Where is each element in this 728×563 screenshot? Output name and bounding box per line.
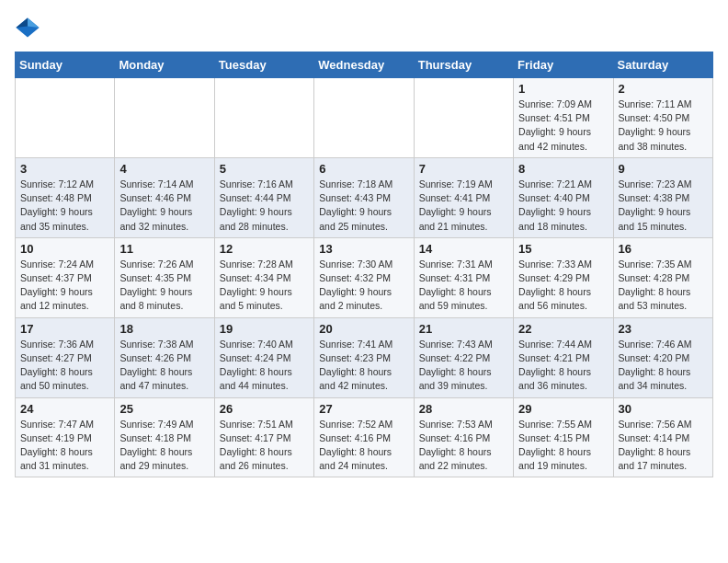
day-number: 19 (220, 322, 309, 336)
day-number: 22 (518, 322, 608, 336)
day-info: Sunrise: 7:55 AMSunset: 4:15 PMDaylight:… (518, 418, 608, 474)
calendar-cell: 16Sunrise: 7:35 AMSunset: 4:28 PMDayligh… (613, 237, 712, 317)
calendar-cell: 3Sunrise: 7:12 AMSunset: 4:48 PMDaylight… (16, 157, 115, 237)
day-number: 14 (419, 242, 508, 256)
logo (15, 15, 44, 40)
day-info: Sunrise: 7:36 AMSunset: 4:27 PMDaylight:… (20, 338, 109, 394)
day-number: 1 (518, 82, 608, 96)
day-info: Sunrise: 7:26 AMSunset: 4:35 PMDaylight:… (119, 258, 209, 314)
day-number: 28 (419, 402, 508, 416)
day-info: Sunrise: 7:33 AMSunset: 4:29 PMDaylight:… (518, 258, 608, 314)
calendar-week-row: 10Sunrise: 7:24 AMSunset: 4:37 PMDayligh… (16, 237, 713, 317)
day-number: 3 (20, 162, 109, 176)
column-header-tuesday: Tuesday (214, 52, 313, 78)
day-info: Sunrise: 7:49 AMSunset: 4:18 PMDaylight:… (119, 418, 209, 474)
calendar-cell: 20Sunrise: 7:41 AMSunset: 4:23 PMDayligh… (314, 317, 414, 397)
day-number: 15 (518, 242, 608, 256)
svg-marker-2 (16, 18, 28, 29)
page-header (15, 15, 713, 40)
calendar-cell: 26Sunrise: 7:51 AMSunset: 4:17 PMDayligh… (214, 397, 313, 477)
day-number: 21 (419, 322, 508, 336)
day-info: Sunrise: 7:35 AMSunset: 4:28 PMDaylight:… (619, 258, 708, 314)
day-info: Sunrise: 7:53 AMSunset: 4:16 PMDaylight:… (419, 418, 508, 474)
day-info: Sunrise: 7:41 AMSunset: 4:23 PMDaylight:… (319, 338, 408, 394)
calendar-cell: 18Sunrise: 7:38 AMSunset: 4:26 PMDayligh… (115, 317, 214, 397)
day-number: 11 (119, 242, 209, 256)
day-info: Sunrise: 7:24 AMSunset: 4:37 PMDaylight:… (20, 258, 109, 314)
day-number: 4 (119, 162, 209, 176)
calendar-cell: 22Sunrise: 7:44 AMSunset: 4:21 PMDayligh… (514, 317, 613, 397)
day-number: 16 (619, 242, 708, 256)
day-info: Sunrise: 7:43 AMSunset: 4:22 PMDaylight:… (419, 338, 508, 394)
day-info: Sunrise: 7:56 AMSunset: 4:14 PMDaylight:… (619, 418, 708, 474)
calendar-cell (214, 78, 313, 158)
calendar-cell (16, 78, 115, 158)
svg-marker-1 (28, 18, 40, 29)
calendar-cell: 8Sunrise: 7:21 AMSunset: 4:40 PMDaylight… (514, 157, 613, 237)
day-info: Sunrise: 7:31 AMSunset: 4:31 PMDaylight:… (419, 258, 508, 314)
column-header-saturday: Saturday (613, 52, 712, 78)
day-number: 8 (518, 162, 608, 176)
day-info: Sunrise: 7:30 AMSunset: 4:32 PMDaylight:… (319, 258, 408, 314)
calendar-cell: 5Sunrise: 7:16 AMSunset: 4:44 PMDaylight… (214, 157, 313, 237)
day-info: Sunrise: 7:09 AMSunset: 4:51 PMDaylight:… (518, 98, 608, 154)
column-header-sunday: Sunday (16, 52, 115, 78)
calendar-cell: 17Sunrise: 7:36 AMSunset: 4:27 PMDayligh… (16, 317, 115, 397)
day-info: Sunrise: 7:38 AMSunset: 4:26 PMDaylight:… (119, 338, 209, 394)
calendar-week-row: 17Sunrise: 7:36 AMSunset: 4:27 PMDayligh… (16, 317, 713, 397)
calendar-cell: 28Sunrise: 7:53 AMSunset: 4:16 PMDayligh… (414, 397, 513, 477)
calendar-cell: 12Sunrise: 7:28 AMSunset: 4:34 PMDayligh… (214, 237, 313, 317)
calendar-cell: 30Sunrise: 7:56 AMSunset: 4:14 PMDayligh… (613, 397, 712, 477)
day-number: 23 (619, 322, 708, 336)
calendar-cell: 23Sunrise: 7:46 AMSunset: 4:20 PMDayligh… (613, 317, 712, 397)
day-info: Sunrise: 7:51 AMSunset: 4:17 PMDaylight:… (220, 418, 309, 474)
day-info: Sunrise: 7:28 AMSunset: 4:34 PMDaylight:… (220, 258, 309, 314)
calendar-cell: 2Sunrise: 7:11 AMSunset: 4:50 PMDaylight… (613, 78, 712, 158)
day-number: 9 (619, 162, 708, 176)
calendar-cell: 14Sunrise: 7:31 AMSunset: 4:31 PMDayligh… (414, 237, 513, 317)
day-number: 10 (20, 242, 109, 256)
day-info: Sunrise: 7:21 AMSunset: 4:40 PMDaylight:… (518, 178, 608, 234)
calendar-header-row: SundayMondayTuesdayWednesdayThursdayFrid… (16, 52, 713, 78)
calendar-cell: 4Sunrise: 7:14 AMSunset: 4:46 PMDaylight… (115, 157, 214, 237)
calendar-cell: 13Sunrise: 7:30 AMSunset: 4:32 PMDayligh… (314, 237, 414, 317)
logo-icon (15, 15, 40, 40)
day-info: Sunrise: 7:46 AMSunset: 4:20 PMDaylight:… (619, 338, 708, 394)
day-info: Sunrise: 7:11 AMSunset: 4:50 PMDaylight:… (619, 98, 708, 154)
column-header-friday: Friday (514, 52, 613, 78)
day-number: 2 (619, 82, 708, 96)
day-info: Sunrise: 7:14 AMSunset: 4:46 PMDaylight:… (119, 178, 209, 234)
day-info: Sunrise: 7:16 AMSunset: 4:44 PMDaylight:… (220, 178, 309, 234)
calendar-week-row: 1Sunrise: 7:09 AMSunset: 4:51 PMDaylight… (16, 78, 713, 158)
calendar-cell: 6Sunrise: 7:18 AMSunset: 4:43 PMDaylight… (314, 157, 414, 237)
calendar-cell: 11Sunrise: 7:26 AMSunset: 4:35 PMDayligh… (115, 237, 214, 317)
day-number: 27 (319, 402, 408, 416)
day-number: 24 (20, 402, 109, 416)
day-number: 25 (119, 402, 209, 416)
calendar-cell (115, 78, 214, 158)
calendar-cell: 19Sunrise: 7:40 AMSunset: 4:24 PMDayligh… (214, 317, 313, 397)
calendar-week-row: 24Sunrise: 7:47 AMSunset: 4:19 PMDayligh… (16, 397, 713, 477)
calendar-cell: 29Sunrise: 7:55 AMSunset: 4:15 PMDayligh… (514, 397, 613, 477)
calendar-week-row: 3Sunrise: 7:12 AMSunset: 4:48 PMDaylight… (16, 157, 713, 237)
calendar-cell: 21Sunrise: 7:43 AMSunset: 4:22 PMDayligh… (414, 317, 513, 397)
day-info: Sunrise: 7:19 AMSunset: 4:41 PMDaylight:… (419, 178, 508, 234)
calendar-cell: 25Sunrise: 7:49 AMSunset: 4:18 PMDayligh… (115, 397, 214, 477)
calendar-cell (314, 78, 414, 158)
day-number: 7 (419, 162, 508, 176)
calendar-cell: 9Sunrise: 7:23 AMSunset: 4:38 PMDaylight… (613, 157, 712, 237)
day-info: Sunrise: 7:47 AMSunset: 4:19 PMDaylight:… (20, 418, 109, 474)
day-number: 17 (20, 322, 109, 336)
day-number: 12 (220, 242, 309, 256)
day-number: 18 (119, 322, 209, 336)
day-number: 13 (319, 242, 408, 256)
day-number: 30 (619, 402, 708, 416)
day-number: 29 (518, 402, 608, 416)
day-number: 20 (319, 322, 408, 336)
calendar-cell: 24Sunrise: 7:47 AMSunset: 4:19 PMDayligh… (16, 397, 115, 477)
calendar-cell (414, 78, 513, 158)
column-header-wednesday: Wednesday (314, 52, 414, 78)
day-number: 26 (220, 402, 309, 416)
day-info: Sunrise: 7:40 AMSunset: 4:24 PMDaylight:… (220, 338, 309, 394)
calendar-cell: 1Sunrise: 7:09 AMSunset: 4:51 PMDaylight… (514, 78, 613, 158)
